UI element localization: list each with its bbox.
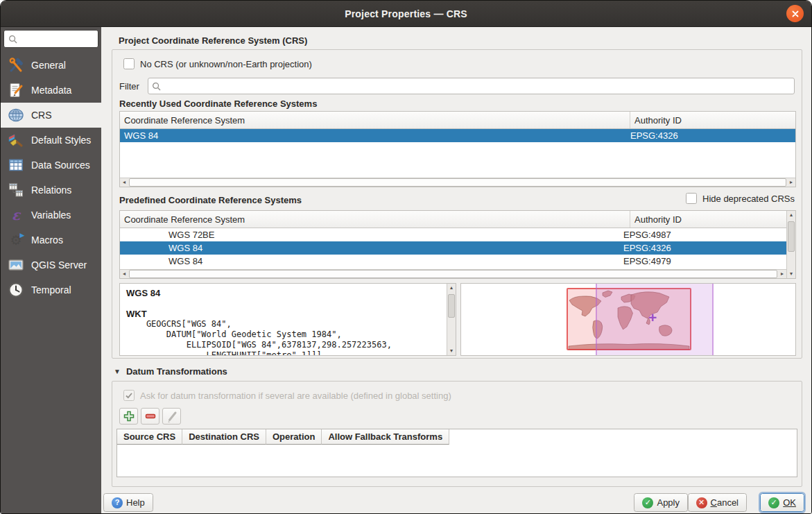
remove-transform-button[interactable] <box>141 408 159 425</box>
table-icon <box>7 156 25 174</box>
help-button[interactable]: ? Help <box>103 493 153 512</box>
filter-row: Filter <box>119 78 795 94</box>
cancel-button-label: Cancel <box>711 497 738 508</box>
table-header[interactable]: Coordinate Reference System Authority ID <box>120 112 795 129</box>
wkt-line: LENGTHUNIT["metre",1]]] <box>126 350 444 356</box>
gear-play-icon: ⚙▶ <box>7 231 25 249</box>
table-header: Source CRS Destination CRS Operation All… <box>117 429 797 445</box>
predefined-crs-table: Coordinate Reference System Authority ID… <box>119 210 796 279</box>
column-header-allow-fallback[interactable]: Allow Fallback Transforms <box>322 429 449 445</box>
sidebar-item-label: CRS <box>31 110 52 121</box>
filter-input[interactable] <box>148 78 795 94</box>
check-icon: ✓ <box>642 497 653 508</box>
scroll-up-icon[interactable]: ▴ <box>787 211 795 219</box>
help-icon: ? <box>112 497 123 508</box>
table-row[interactable]: WGS 84 EPSG:4326 <box>120 241 795 255</box>
table-row[interactable]: WGS 84 EPSG:4979 <box>120 255 795 268</box>
column-header-source-crs[interactable]: Source CRS <box>117 429 182 445</box>
help-button-label: Help <box>126 497 145 508</box>
sidebar-item-label: Macros <box>31 234 63 246</box>
scroll-left-icon[interactable]: ◂ <box>120 178 128 187</box>
center-marker-icon: + <box>648 310 657 325</box>
hide-deprecated-checkbox[interactable] <box>686 193 697 204</box>
wkt-line: ELLIPSOID["WGS 84",6378137,298.257223563… <box>126 340 444 350</box>
cancel-button[interactable]: ✕ Cancel <box>688 493 747 512</box>
apply-button[interactable]: ✓ Apply <box>634 493 688 512</box>
sidebar-item-temporal[interactable]: Temporal <box>1 277 101 302</box>
sidebar-item-variables[interactable]: ε Variables <box>1 203 101 228</box>
sidebar-item-label: Variables <box>31 209 71 221</box>
scroll-down-icon[interactable]: ▾ <box>787 270 795 278</box>
column-header-authority[interactable]: Authority ID <box>630 115 795 126</box>
column-header-crs[interactable]: Coordinate Reference System <box>120 211 630 228</box>
pencil-icon <box>166 410 178 422</box>
sidebar-item-crs[interactable]: CRS <box>1 103 101 128</box>
scroll-down-icon[interactable]: ▾ <box>447 347 456 355</box>
table-header[interactable]: Coordinate Reference System Authority ID <box>120 211 795 228</box>
checkmark-icon <box>125 391 133 400</box>
scroll-up-icon[interactable]: ▴ <box>447 284 456 292</box>
scroll-right-icon[interactable]: ▸ <box>778 270 786 278</box>
predefined-crs-title: Predefined Coordinate Reference Systems <box>119 195 302 205</box>
globe-icon <box>7 106 25 124</box>
sidebar-item-data-sources[interactable]: Data Sources <box>1 153 101 178</box>
vertical-scrollbar[interactable]: ▴ ▾ <box>786 211 795 278</box>
sidebar-item-relations[interactable]: Relations <box>1 178 101 203</box>
hide-deprecated-label: Hide deprecated CRSs <box>702 194 795 204</box>
window-title: Project Properties — CRS <box>345 8 467 19</box>
sidebar-item-general[interactable]: General <box>1 53 101 78</box>
epsilon-icon: ε <box>7 206 25 224</box>
header-filler <box>449 429 797 445</box>
column-header-destination-crs[interactable]: Destination CRS <box>182 429 266 445</box>
close-button[interactable] <box>786 5 804 22</box>
sidebar-item-label: Metadata <box>31 85 71 96</box>
sidebar-item-metadata[interactable]: Metadata <box>1 78 101 103</box>
sidebar-item-default-styles[interactable]: Default Styles <box>1 128 101 153</box>
scrollbar-thumb[interactable] <box>129 270 777 278</box>
column-header-crs[interactable]: Coordinate Reference System <box>120 112 630 128</box>
vertical-scrollbar[interactable]: ▴ ▾ <box>447 284 456 355</box>
sidebar-item-qgis-server[interactable]: QGIS Server <box>1 252 101 277</box>
table-row[interactable]: WGS 84 EPSG:4326 <box>120 129 795 142</box>
apply-button-label: Apply <box>657 497 680 508</box>
sidebar-item-macros[interactable]: ⚙▶ Macros <box>1 228 101 252</box>
recent-crs-title: Recently Used Coordinate Reference Syste… <box>119 98 317 109</box>
hide-deprecated-checkbox-row[interactable]: Hide deprecated CRSs <box>686 193 795 204</box>
ok-button-label: OK <box>783 497 796 508</box>
horizontal-scrollbar[interactable]: ◂ ▸ <box>120 178 795 187</box>
table-row[interactable]: WGS 72BE EPSG:4987 <box>120 228 795 241</box>
wkt-label: WKT <box>126 309 444 319</box>
scrollbar-thumb[interactable] <box>448 294 455 318</box>
collapse-triangle-icon[interactable]: ▼ <box>114 368 121 375</box>
scrollbar-thumb[interactable] <box>129 178 786 187</box>
sidebar-item-label: Relations <box>31 185 71 196</box>
edit-transform-button[interactable] <box>162 408 181 425</box>
datum-transformations-header[interactable]: ▼ Datum Transformations <box>114 366 227 377</box>
close-icon <box>791 10 800 18</box>
add-transform-button[interactable] <box>119 408 138 425</box>
column-header-authority[interactable]: Authority ID <box>630 214 795 225</box>
datum-transforms-table: Source CRS Destination CRS Operation All… <box>116 429 797 477</box>
column-header-operation[interactable]: Operation <box>266 429 322 445</box>
horizontal-scrollbar[interactable]: ◂ ▸ <box>120 269 786 278</box>
clock-icon <box>7 281 25 299</box>
titlebar[interactable]: Project Properties — CRS <box>1 1 811 27</box>
sidebar-search-input[interactable] <box>3 30 98 48</box>
no-crs-checkbox[interactable] <box>123 58 135 69</box>
datum-groupbox: Ask for datum transformation if several … <box>112 381 802 487</box>
scroll-left-icon[interactable]: ◂ <box>120 270 128 278</box>
page-title: Project Coordinate Reference System (CRS… <box>119 35 307 46</box>
sidebar-nav: General Metadata <box>1 53 101 302</box>
recent-crs-table: Coordinate Reference System Authority ID… <box>119 111 796 187</box>
ask-datum-checkbox <box>123 390 135 401</box>
minus-icon <box>144 410 157 422</box>
ok-button[interactable]: ✓ OK <box>760 493 804 512</box>
search-icon <box>8 35 17 44</box>
wkt-crs-name: WGS 84 <box>126 288 444 298</box>
no-crs-checkbox-row[interactable]: No CRS (or unknown/non-Earth projection) <box>123 58 312 69</box>
search-icon <box>152 82 161 91</box>
crs-page: Project Coordinate Reference System (CRS… <box>101 27 811 514</box>
scrollbar-thumb[interactable] <box>788 221 795 252</box>
crs-groupbox: No CRS (or unknown/non-Earth projection)… <box>112 49 802 359</box>
scroll-right-icon[interactable]: ▸ <box>787 178 795 187</box>
